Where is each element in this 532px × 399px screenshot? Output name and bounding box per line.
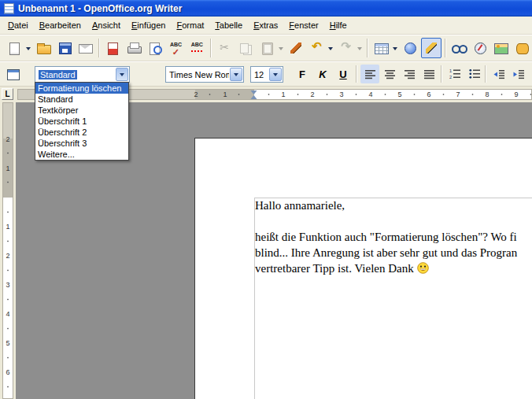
document-page[interactable]: Hallo annamariele, heißt die Funktion au… (194, 138, 532, 399)
underline-button[interactable]: U (334, 65, 353, 83)
font-name-value[interactable]: Times New Roman (166, 70, 229, 79)
style-option-textkoerper[interactable]: Textkörper (35, 105, 128, 116)
vertical-ruler[interactable]: 2 1 1 2 3 4 5 6 (2, 102, 13, 399)
styles-window-button[interactable] (3, 65, 22, 83)
cut-button[interactable] (214, 38, 235, 58)
style-option-weitere[interactable]: Weitere... (35, 149, 128, 160)
export-as-pdf-button[interactable] (102, 38, 123, 58)
new-document-button[interactable] (4, 38, 24, 58)
redo-button[interactable] (335, 38, 356, 58)
toolbar-separator (210, 39, 211, 57)
binoculars-icon (451, 41, 467, 55)
menu-item-fenster[interactable]: Fenster (283, 17, 323, 33)
new-document-dropdown[interactable] (24, 38, 32, 58)
decrease-indent-button[interactable] (490, 65, 508, 83)
font-size-value[interactable]: 12 (251, 70, 268, 79)
ruler-number: 2 (3, 252, 13, 260)
insert-table-dropdown[interactable] (391, 38, 399, 58)
email-envelope-icon (77, 41, 93, 55)
auto-spellcheck-button[interactable] (187, 38, 207, 58)
open-button[interactable] (33, 38, 54, 58)
toolbar-separator (98, 39, 99, 57)
style-option-standard[interactable]: Standard (35, 94, 128, 105)
paragraph-style-combo[interactable]: Standard (35, 66, 130, 83)
ruler-number: 1 (281, 90, 285, 100)
pdf-icon (105, 41, 120, 55)
ruler-band (3, 103, 13, 139)
document-as-email-button[interactable] (76, 38, 96, 58)
decrease-indent-icon (493, 69, 505, 79)
menu-item-bearbeiten[interactable]: Bearbeiten (34, 17, 87, 33)
auto-spellcheck-icon (189, 41, 205, 55)
redo-dropdown[interactable] (356, 38, 364, 58)
paragraph-style-dropdown-button[interactable] (116, 68, 128, 81)
justify-button[interactable] (419, 65, 438, 83)
style-option-ueberschrift-1[interactable]: Überschrift 1 (35, 116, 128, 127)
numbered-list-button[interactable]: 12 (445, 65, 464, 83)
format-paintbrush-button[interactable] (286, 38, 306, 58)
document-line (255, 213, 517, 229)
hyperlink-button[interactable] (400, 38, 420, 58)
font-size-dropdown-button[interactable] (269, 68, 282, 81)
tab-stop-selector[interactable]: L (2, 88, 13, 100)
new-document-icon (6, 41, 22, 55)
bold-button[interactable]: F (293, 65, 312, 83)
align-center-icon (384, 69, 396, 79)
indent-marker[interactable] (251, 91, 258, 99)
align-left-button[interactable] (360, 65, 379, 83)
show-draw-functions-button[interactable] (421, 38, 441, 58)
menu-item-extras[interactable]: Extras (248, 17, 283, 33)
bullet-list-icon (468, 68, 481, 79)
spellcheck-button[interactable] (166, 38, 187, 58)
paste-button[interactable] (257, 38, 277, 58)
increase-indent-button[interactable] (509, 65, 528, 83)
gallery-button[interactable] (490, 38, 511, 58)
svg-text:2: 2 (449, 75, 452, 79)
italic-button[interactable]: K (313, 65, 332, 83)
page-preview-icon (147, 41, 163, 55)
ruler-number: 2 (310, 90, 314, 100)
bullet-list-button[interactable] (465, 65, 484, 83)
undo-dropdown[interactable] (327, 38, 334, 58)
ruler-number: 2 (194, 90, 198, 100)
menu-item-hilfe[interactable]: Hilfe (324, 17, 353, 33)
data-sources-button[interactable] (512, 38, 532, 58)
style-option-ueberschrift-2[interactable]: Überschrift 2 (35, 127, 128, 138)
copy-icon (238, 41, 253, 55)
align-center-button[interactable] (380, 65, 399, 83)
picture-icon (493, 41, 508, 55)
globe-icon (402, 41, 418, 55)
menu-item-datei[interactable]: Datei (2, 17, 34, 33)
paste-dropdown[interactable] (277, 38, 285, 58)
spellcheck-icon (168, 41, 183, 55)
undo-button[interactable] (306, 38, 327, 58)
font-name-combo[interactable]: Times New Roman (165, 66, 244, 83)
menu-item-format[interactable]: Format (171, 17, 209, 33)
page-preview-button[interactable] (145, 38, 165, 58)
style-option-ueberschrift-3[interactable]: Überschrift 3 (35, 138, 128, 149)
align-right-button[interactable] (400, 65, 419, 83)
save-button[interactable] (54, 38, 75, 58)
paragraph-style-value[interactable]: Standard (35, 70, 115, 79)
document-text-area[interactable]: Hallo annamariele, heißt die Funktion au… (255, 198, 517, 276)
print-button[interactable] (124, 38, 144, 58)
insert-table-button[interactable] (371, 38, 391, 58)
menu-item-tabelle[interactable]: Tabelle (209, 17, 248, 33)
font-size-combo[interactable]: 12 (250, 66, 283, 83)
compass-icon (472, 41, 488, 55)
style-option-formatierung-loeschen[interactable]: Formatierung löschen (35, 83, 128, 94)
find-and-replace-button[interactable] (449, 38, 469, 58)
font-name-dropdown-button[interactable] (230, 68, 242, 81)
copy-button[interactable] (235, 38, 256, 58)
vertical-ruler-strip: 2 1 1 2 3 4 5 6 (0, 102, 16, 399)
navigator-button[interactable] (470, 38, 490, 58)
menu-bar: Datei Bearbeiten Ansicht Einfügen Format… (0, 17, 532, 35)
ruler-number: 3 (339, 90, 343, 100)
app-icon[interactable] (4, 3, 14, 14)
menu-item-ansicht[interactable]: Ansicht (87, 17, 126, 33)
toolbar-separator (441, 65, 441, 83)
database-icon (514, 41, 530, 55)
styles-window-icon (5, 67, 20, 81)
menu-item-einfuegen[interactable]: Einfügen (126, 17, 171, 33)
document-line: heißt die Funktion auch "Formatierung lö… (255, 229, 517, 245)
